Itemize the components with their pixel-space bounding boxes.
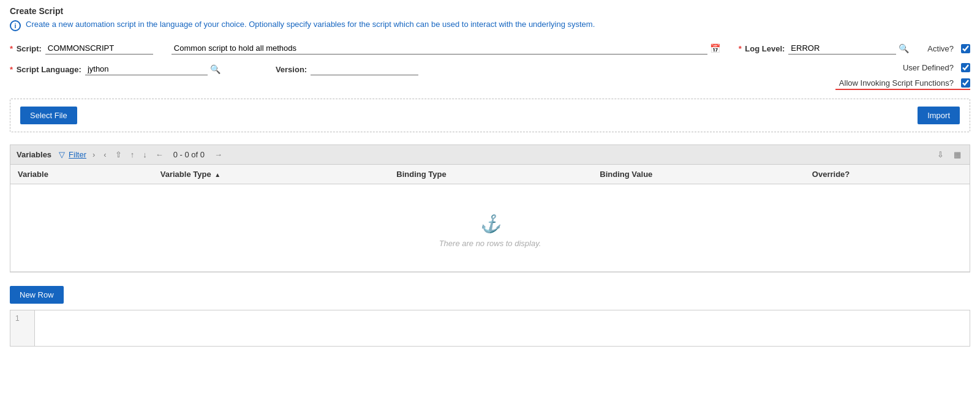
checkboxes-col-2: User Defined? Allow Invoking Script Func…: [835, 63, 970, 90]
active-checkbox[interactable]: [961, 44, 970, 53]
script-lang-required: *: [10, 65, 13, 74]
move-up-icon[interactable]: ↑: [128, 149, 137, 160]
move-down-icon[interactable]: ↓: [140, 149, 149, 160]
code-editor: 1: [10, 310, 970, 347]
code-area[interactable]: [35, 310, 970, 346]
funnel-icon: ▽: [59, 150, 65, 159]
form-row-1: * Script: 📅 * Log Level:: [10, 42, 970, 54]
log-level-label: * Log Level:: [739, 44, 785, 53]
pagination-text: 0 - 0 of 0: [173, 150, 205, 159]
script-language-label: * Script Language:: [10, 65, 81, 74]
user-defined-row: User Defined?: [903, 63, 970, 72]
empty-state: ⚓ There are no rows to display.: [18, 189, 962, 266]
page-title: Create Script: [10, 6, 970, 16]
user-defined-checkbox[interactable]: [961, 63, 970, 72]
line-numbers: 1: [10, 310, 35, 346]
nav-prev-small-icon[interactable]: ‹: [101, 149, 108, 160]
file-import-row: Select File Import: [10, 99, 970, 132]
version-label: Version:: [276, 65, 307, 74]
variables-toolbar: Variables ▽ Filter › ‹ ⇧ ↑ ↓ ← 0 - 0 of …: [10, 145, 970, 165]
checkboxes-col: Active?: [927, 44, 970, 53]
script-language-input[interactable]: [85, 63, 208, 75]
new-row-button[interactable]: New Row: [10, 286, 64, 304]
version-input[interactable]: [311, 63, 418, 75]
col-variable-type: Variable Type ▲: [153, 165, 390, 184]
col-binding-value: Binding Value: [592, 165, 804, 184]
variables-tbody: ⚓ There are no rows to display.: [10, 184, 970, 272]
col-binding-type: Binding Type: [389, 165, 592, 184]
toolbar-right: ⇩ ▦: [935, 149, 963, 160]
variables-title: Variables: [17, 150, 51, 159]
variables-thead: Variable Variable Type ▲ Binding Type Bi…: [10, 165, 970, 184]
empty-state-row: ⚓ There are no rows to display.: [10, 184, 970, 272]
required-marker: *: [10, 44, 13, 53]
log-level-field: * Log Level: 🔍: [739, 42, 910, 54]
active-row: Active?: [927, 44, 970, 53]
empty-state-text: There are no rows to display.: [439, 239, 541, 248]
allow-invoking-row: Allow Invoking Script Functions?: [839, 78, 970, 88]
user-defined-label: User Defined?: [903, 63, 954, 72]
info-text: Create a new automation script in the la…: [26, 20, 595, 29]
nav-next-icon[interactable]: ›: [90, 149, 97, 160]
variables-table: Variable Variable Type ▲ Binding Type Bi…: [10, 165, 970, 272]
import-button[interactable]: Import: [918, 107, 960, 124]
select-file-button[interactable]: Select File: [20, 107, 77, 124]
description-input[interactable]: [172, 42, 707, 54]
line-number-1: 1: [15, 314, 29, 323]
empty-state-cell: ⚓ There are no rows to display.: [10, 184, 970, 272]
col-variable: Variable: [10, 165, 153, 184]
script-input[interactable]: [45, 42, 153, 54]
version-field: Version:: [276, 63, 418, 75]
log-level-required: *: [739, 44, 742, 53]
script-label: * Script:: [10, 44, 42, 53]
variables-header-row: Variable Variable Type ▲ Binding Type Bi…: [10, 165, 970, 184]
page-container: Create Script i Create a new automation …: [0, 0, 980, 409]
nav-forward-icon[interactable]: →: [212, 149, 225, 160]
form-section: * Script: 📅 * Log Level:: [10, 42, 970, 90]
script-field: * Script:: [10, 42, 153, 54]
sort-arrow-variable-type: ▲: [214, 171, 221, 178]
log-level-input[interactable]: [788, 42, 896, 54]
active-label: Active?: [927, 44, 954, 53]
form-row-2: * Script Language: 🔍 Version: User Defin…: [10, 63, 970, 90]
col-override: Override?: [805, 165, 970, 184]
description-field: 📅: [172, 42, 720, 54]
expand-icon[interactable]: ▦: [951, 149, 963, 160]
download-icon[interactable]: ⇩: [935, 149, 946, 160]
script-language-field: * Script Language: 🔍: [10, 63, 221, 75]
allow-invoking-checkbox[interactable]: [961, 78, 970, 88]
log-level-search-icon[interactable]: 🔍: [899, 43, 909, 53]
nav-prev-icon[interactable]: ←: [153, 149, 166, 160]
allow-invoking-label: Allow Invoking Script Functions?: [839, 78, 954, 88]
new-row-section: New Row: [10, 280, 970, 310]
calendar-icon[interactable]: 📅: [710, 43, 720, 53]
info-row: i Create a new automation script in the …: [10, 20, 970, 31]
empty-state-icon: ⚓: [18, 214, 962, 234]
move-top-icon[interactable]: ⇧: [113, 149, 124, 160]
filter-link[interactable]: Filter: [69, 150, 86, 159]
variables-section: Variables ▽ Filter › ‹ ⇧ ↑ ↓ ← 0 - 0 of …: [10, 144, 970, 272]
script-lang-search-icon[interactable]: 🔍: [210, 64, 221, 74]
red-underline: [835, 89, 970, 90]
info-icon: i: [10, 20, 21, 31]
